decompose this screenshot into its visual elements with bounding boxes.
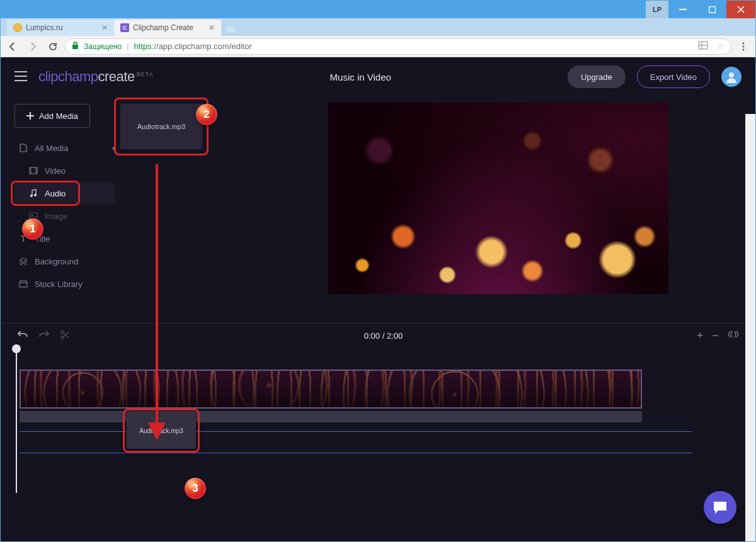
avatar[interactable] bbox=[721, 67, 742, 87]
audio-track-slot[interactable] bbox=[20, 411, 692, 424]
svg-rect-0 bbox=[679, 9, 687, 10]
svg-point-6 bbox=[743, 48, 745, 50]
audio-clip-dragging[interactable]: Audiotrack.mp3 bbox=[127, 412, 196, 449]
redo-button[interactable] bbox=[38, 330, 50, 342]
media-sidebar: Add Media All Media ▾ Video Audio bbox=[14, 96, 115, 317]
svg-point-5 bbox=[743, 45, 745, 47]
media-thumb-label: Audiotrack.mp3 bbox=[137, 123, 185, 130]
browser-menu-button[interactable] bbox=[735, 38, 752, 55]
selection-guide-top bbox=[20, 431, 692, 432]
sidebar-item-label: Stock Library bbox=[35, 279, 83, 289]
app-logo: clipchampcreateBETA bbox=[38, 69, 154, 85]
zoom-fit-button[interactable] bbox=[728, 329, 739, 342]
zoom-out-button[interactable]: − bbox=[712, 329, 719, 342]
sidebar-item-background[interactable]: Background bbox=[14, 251, 115, 271]
bookmark-star-icon[interactable]: ☆ bbox=[717, 42, 724, 51]
new-tab-button[interactable] bbox=[225, 23, 238, 36]
sidebar-item-label: Background bbox=[35, 257, 78, 266]
svg-point-10 bbox=[34, 194, 37, 196]
preview-area bbox=[241, 96, 755, 317]
annotation-badge-3: 3 bbox=[185, 478, 206, 499]
nav-reload-button[interactable] bbox=[45, 38, 61, 55]
app-header: clipchampcreateBETA Music in Video Upgra… bbox=[1, 57, 755, 96]
music-note-icon bbox=[28, 189, 38, 198]
chat-fab[interactable] bbox=[704, 491, 736, 524]
window-titlebar: LP bbox=[1, 1, 755, 18]
window-minimize-button[interactable] bbox=[668, 1, 697, 18]
zoom-in-button[interactable]: + bbox=[697, 329, 704, 342]
svg-rect-2 bbox=[72, 45, 78, 49]
tab-title: Lumpics.ru bbox=[26, 23, 63, 32]
audio-slot-bar bbox=[20, 411, 642, 422]
sidebar-item-label: Video bbox=[45, 166, 66, 176]
annotation-badge-1: 1 bbox=[22, 218, 43, 240]
track-spacer-top bbox=[20, 354, 692, 367]
media-thumb-audiotrack[interactable]: Audiotrack.mp3 bbox=[120, 104, 202, 149]
upper-pane: Add Media All Media ▾ Video Audio bbox=[1, 96, 755, 323]
browser-window: LP Lumpics.ru ✕ C Clipchamp Create ✕ bbox=[0, 0, 756, 542]
lock-icon bbox=[72, 42, 79, 52]
window-close-button[interactable] bbox=[726, 1, 755, 18]
media-panel: Audiotrack.mp3 bbox=[115, 96, 241, 317]
sidebar-item-label: Image bbox=[45, 212, 67, 221]
layers-icon bbox=[18, 257, 28, 265]
undo-button[interactable] bbox=[17, 330, 28, 342]
favicon-clipchamp: C bbox=[120, 23, 129, 32]
favicon-lumpics bbox=[13, 23, 22, 32]
browser-tab-lumpics[interactable]: Lumpics.ru ✕ bbox=[7, 20, 114, 36]
sidebar-item-audio[interactable]: Audio bbox=[14, 183, 115, 203]
secure-label: Защищено bbox=[84, 42, 122, 51]
video-preview[interactable] bbox=[328, 103, 668, 294]
sidebar-item-label: Audio bbox=[45, 189, 66, 198]
video-track[interactable] bbox=[20, 370, 692, 409]
plus-icon bbox=[26, 112, 34, 120]
nav-forward-button[interactable] bbox=[25, 38, 41, 55]
window-maximize-button[interactable] bbox=[697, 1, 726, 18]
close-icon[interactable]: ✕ bbox=[209, 23, 215, 32]
playhead[interactable] bbox=[16, 348, 17, 493]
menu-icon[interactable] bbox=[14, 70, 27, 84]
selection-guide-bottom bbox=[20, 453, 692, 453]
scissors-icon[interactable] bbox=[60, 330, 70, 342]
svg-rect-1 bbox=[709, 6, 715, 13]
svg-rect-13 bbox=[20, 283, 27, 287]
file-icon bbox=[18, 144, 28, 152]
add-media-button[interactable]: Add Media bbox=[14, 104, 90, 128]
close-icon[interactable]: ✕ bbox=[101, 23, 108, 32]
translate-icon[interactable] bbox=[698, 40, 708, 52]
audio-drop-track[interactable]: Audiotrack.mp3 bbox=[20, 426, 692, 458]
sidebar-item-video[interactable]: Video bbox=[14, 161, 115, 181]
upgrade-button[interactable]: Upgrade bbox=[568, 65, 626, 88]
browser-vertical-scrollbar[interactable] bbox=[745, 114, 755, 541]
browser-toolbar: Защищено | https://app.clipchamp.com/edi… bbox=[1, 36, 755, 57]
nav-back-button[interactable] bbox=[4, 38, 21, 55]
add-media-label: Add Media bbox=[39, 111, 78, 121]
export-button[interactable]: Export Video bbox=[637, 65, 710, 88]
sidebar-item-all-media[interactable]: All Media ▾ bbox=[14, 138, 115, 158]
sidebar-item-stock[interactable]: Stock Library bbox=[14, 274, 115, 294]
timeline-controls: 0:00 / 2:00 + − bbox=[1, 323, 755, 348]
annotation-badge-2: 2 bbox=[196, 104, 217, 125]
browser-tab-clipchamp[interactable]: C Clipchamp Create ✕ bbox=[114, 20, 221, 36]
store-icon bbox=[18, 280, 28, 288]
app-viewport: clipchampcreateBETA Music in Video Upgra… bbox=[1, 57, 755, 541]
browser-tabstrip: Lumpics.ru ✕ C Clipchamp Create ✕ bbox=[1, 18, 755, 36]
timeline[interactable]: Audiotrack.mp3 bbox=[1, 348, 755, 493]
film-icon bbox=[28, 167, 38, 174]
svg-point-7 bbox=[729, 72, 734, 77]
svg-point-9 bbox=[30, 195, 33, 197]
project-title[interactable]: Music in Video bbox=[165, 72, 556, 82]
audio-clip-label: Audiotrack.mp3 bbox=[139, 427, 183, 434]
sidebar-item-label: All Media bbox=[35, 144, 68, 153]
svg-point-15 bbox=[61, 336, 64, 338]
svg-point-4 bbox=[743, 42, 745, 44]
tab-title: Clipchamp Create bbox=[133, 23, 193, 32]
window-user-badge: LP bbox=[646, 1, 668, 18]
video-clip[interactable] bbox=[20, 370, 642, 409]
playback-time: 0:00 / 2:00 bbox=[70, 331, 697, 341]
url-text: https://app.clipchamp.com/editor bbox=[134, 42, 252, 51]
address-bar[interactable]: Защищено | https://app.clipchamp.com/edi… bbox=[65, 38, 731, 55]
video-frame bbox=[328, 103, 668, 294]
svg-point-14 bbox=[61, 330, 64, 333]
